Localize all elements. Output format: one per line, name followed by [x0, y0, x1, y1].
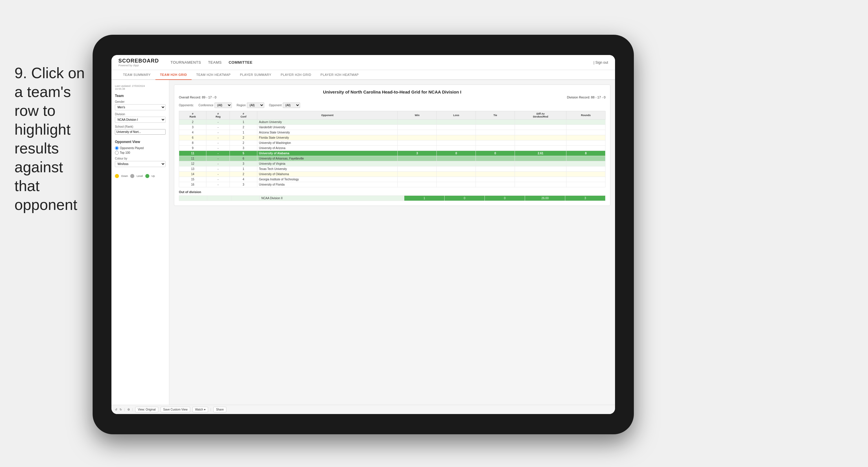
- cell-win: [398, 130, 437, 135]
- table-row[interactable]: 16 - 3 University of Florida: [179, 182, 606, 187]
- cell-opponent: Auburn University: [257, 120, 398, 125]
- toolbar-redo-icon[interactable]: ↻: [120, 408, 122, 411]
- sub-nav: TEAM SUMMARY TEAM H2H GRID TEAM H2H HEAT…: [112, 70, 615, 80]
- legend-down-dot: [115, 174, 119, 178]
- cell-diff: [515, 182, 566, 187]
- nav-teams[interactable]: TEAMS: [208, 59, 222, 66]
- cell-rank: 6: [179, 135, 206, 140]
- nav-committee[interactable]: COMMITTEE: [229, 59, 253, 66]
- toolbar-undo-icon[interactable]: ↺: [115, 408, 117, 411]
- cell-rank: 12: [179, 161, 206, 167]
- toolbar-sep-3: |: [210, 408, 211, 411]
- h2h-table: #Rank #Reg #Conf Opponent Win Loss Tie D…: [179, 111, 606, 187]
- cell-opponent: Vanderbilt University: [257, 125, 398, 130]
- cell-rounds: [566, 177, 606, 182]
- cell-rank: 11: [179, 156, 206, 161]
- subnav-player-h2h-heatmap[interactable]: PLAYER H2H HEATMAP: [316, 70, 363, 80]
- share-btn[interactable]: Share: [213, 407, 226, 412]
- conference-select[interactable]: (All): [214, 103, 232, 108]
- table-row[interactable]: 11 - 6 University of Arkansas, Fayettevi…: [179, 156, 606, 161]
- cell-rounds: [566, 172, 606, 177]
- out-of-division-row[interactable]: NCAA Division II 1 0 0 26.00 3: [179, 196, 606, 201]
- cell-win: [398, 156, 437, 161]
- cell-win: [398, 125, 437, 130]
- ood-win: 1: [404, 196, 444, 201]
- cell-diff: [515, 161, 566, 167]
- ood-reg: [207, 196, 231, 201]
- table-row[interactable]: 4 - 1 Arizona State University: [179, 130, 606, 135]
- grid-content: University of North Carolina Head-to-Hea…: [169, 80, 615, 405]
- cell-loss: [437, 130, 476, 135]
- opponents-label: Opponents:: [179, 104, 194, 107]
- watch-btn[interactable]: Watch ▾: [192, 407, 208, 412]
- cell-tie: [476, 140, 515, 146]
- cell-conf: 1: [230, 167, 257, 172]
- cell-tie: [476, 172, 515, 177]
- subnav-player-h2h-grid[interactable]: PLAYER H2H GRID: [276, 70, 316, 80]
- table-row[interactable]: 8 - 2 University of Washington: [179, 140, 606, 146]
- sidebar-timestamp: Last Updated: 27/03/2024 16:55:38: [115, 85, 165, 90]
- cell-diff: 2.61: [515, 151, 566, 156]
- cell-reg: -: [206, 182, 230, 187]
- instruction-text: 9. Click on a team's row to highlight re…: [14, 64, 90, 214]
- division-select[interactable]: NCAA Division I: [115, 117, 165, 123]
- cell-reg: -: [206, 120, 230, 125]
- cell-loss: [437, 182, 476, 187]
- opponent-select[interactable]: (All): [283, 103, 300, 108]
- cell-diff: [515, 146, 566, 151]
- cell-opponent: University of Alabama: [257, 151, 398, 156]
- radio-opponents-played[interactable]: Opponents Played: [115, 146, 165, 150]
- th-reg: #Reg: [206, 111, 230, 120]
- cell-rank: 2: [179, 120, 206, 125]
- cell-conf: 5: [230, 151, 257, 156]
- save-custom-view-btn[interactable]: Save Custom View: [161, 407, 190, 412]
- cell-opponent: University of Virginia: [257, 161, 398, 167]
- ood-rank: [179, 196, 207, 201]
- view-original-btn[interactable]: View: Original: [135, 407, 158, 412]
- cell-win: [398, 146, 437, 151]
- table-row[interactable]: 9 - 3 University of Arizona: [179, 146, 606, 151]
- subnav-team-summary[interactable]: TEAM SUMMARY: [118, 70, 155, 80]
- cell-loss: [437, 146, 476, 151]
- table-row[interactable]: 12 - 3 University of Virginia: [179, 161, 606, 167]
- school-input[interactable]: [115, 129, 165, 135]
- table-row[interactable]: 14 - 2 University of Oklahoma: [179, 172, 606, 177]
- nav-tournaments[interactable]: TOURNAMENTS: [170, 59, 201, 66]
- region-select[interactable]: (All): [247, 103, 264, 108]
- table-row[interactable]: 6 - 2 Florida State University: [179, 135, 606, 140]
- table-row[interactable]: 15 - 4 Georgia Institute of Technology: [179, 177, 606, 182]
- cell-opponent: University of Oklahoma: [257, 172, 398, 177]
- subnav-team-h2h-grid[interactable]: TEAM H2H GRID: [155, 70, 192, 80]
- subnav-player-summary[interactable]: PLAYER SUMMARY: [235, 70, 276, 80]
- table-row[interactable]: 3 - 2 Vanderbilt University: [179, 125, 606, 130]
- cell-opponent: University of Arkansas, Fayetteville: [257, 156, 398, 161]
- cell-conf: 2: [230, 125, 257, 130]
- sign-out[interactable]: | Sign out: [594, 60, 608, 64]
- nav-links: TOURNAMENTS TEAMS COMMITTEE: [170, 59, 585, 66]
- instruction-number: 9.: [14, 64, 27, 81]
- th-conf: #Conf: [230, 111, 257, 120]
- table-row[interactable]: 11 - 5 University of Alabama 3 0 0 2.61 …: [179, 151, 606, 156]
- th-tie: Tie: [476, 111, 515, 120]
- table-row[interactable]: 13 - 1 Texas Tech University: [179, 167, 606, 172]
- panel-title: University of North Carolina Head-to-Hea…: [179, 89, 606, 94]
- cell-reg: -: [206, 135, 230, 140]
- table-row[interactable]: 2 - 1 Auburn University: [179, 120, 606, 125]
- colour-by-select[interactable]: Win/loss: [115, 161, 165, 167]
- gender-select[interactable]: Men's: [115, 104, 165, 110]
- cell-reg: -: [206, 167, 230, 172]
- cell-rank: 8: [179, 140, 206, 146]
- ood-conf: [231, 196, 259, 201]
- cell-diff: [515, 120, 566, 125]
- subnav-team-h2h-heatmap[interactable]: TEAM H2H HEATMAP: [192, 70, 235, 80]
- cell-tie: [476, 177, 515, 182]
- cell-reg: -: [206, 156, 230, 161]
- radio-top100[interactable]: Top 100: [115, 151, 165, 155]
- cell-conf: 1: [230, 130, 257, 135]
- cell-win: [398, 135, 437, 140]
- toolbar-settings-icon[interactable]: ⚙: [127, 408, 130, 411]
- overall-record: Overall Record: 89 - 17 - 0: [179, 95, 216, 99]
- bottom-toolbar: ↺ ↻ | ⚙ | View: Original Save Custom Vie…: [112, 405, 615, 414]
- cell-reg: -: [206, 151, 230, 156]
- logo-area: SCOREBOARD Powered by clippi: [118, 58, 159, 67]
